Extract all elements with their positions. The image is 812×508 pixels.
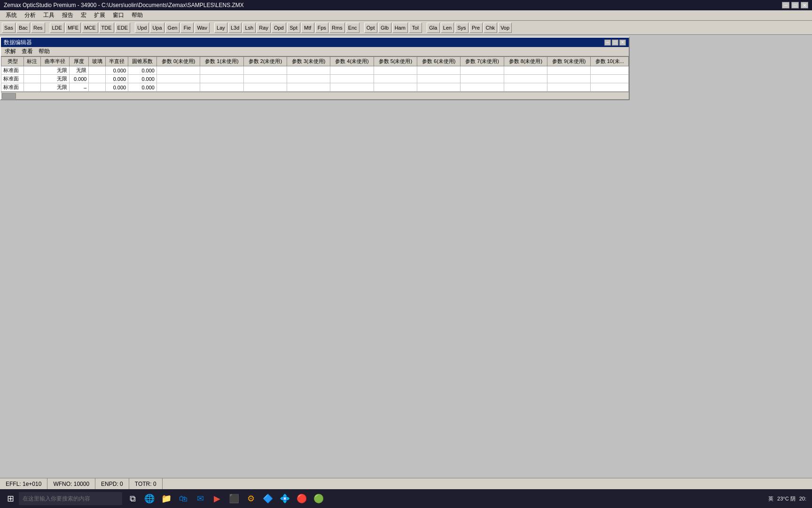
horizontal-scrollbar[interactable] <box>1 92 629 99</box>
app1-icon[interactable]: 🔷 <box>260 491 275 506</box>
minimize-button[interactable]: ─ <box>782 2 789 8</box>
app3-icon[interactable]: 🔴 <box>294 491 309 506</box>
app4-icon[interactable]: 🟢 <box>311 491 326 506</box>
toolbar-rms[interactable]: Rms <box>329 23 345 33</box>
cell-row0-col13[interactable] <box>417 66 461 75</box>
cell-row0-col11[interactable] <box>330 66 374 75</box>
cell-row0-col12[interactable] <box>374 66 417 75</box>
toolbar-res[interactable]: Res <box>31 23 45 33</box>
editor-menu-solve[interactable]: 求解 <box>2 47 19 56</box>
toolbar-opt[interactable]: Opt <box>364 23 377 33</box>
toolbar-ede[interactable]: EDE <box>115 23 131 33</box>
cell-row1-col5[interactable]: 0.000 <box>106 75 128 83</box>
cell-row2-col3[interactable]: – <box>69 83 89 92</box>
menu-macros[interactable]: 宏 <box>77 10 90 20</box>
toolbar-fps[interactable]: Fps <box>315 23 328 33</box>
editor-minimize-button[interactable]: ─ <box>604 40 611 46</box>
cell-row1-col4[interactable] <box>89 75 106 83</box>
cell-row0-col8[interactable] <box>200 66 243 75</box>
cell-row1-col16[interactable] <box>547 75 591 83</box>
toolbar-lay[interactable]: Lay <box>214 23 227 33</box>
cell-row2-col9[interactable] <box>243 83 287 92</box>
menu-reports[interactable]: 报告 <box>58 10 77 20</box>
cell-row0-col16[interactable] <box>547 66 591 75</box>
toolbar-lde[interactable]: LDE <box>50 23 64 33</box>
media-icon[interactable]: ▶ <box>210 491 225 506</box>
editor-menu-help[interactable]: 帮助 <box>36 47 53 56</box>
cell-row0-col6[interactable]: 0.000 <box>128 66 157 75</box>
toolbar-gla[interactable]: Gla <box>427 23 440 33</box>
cell-row0-col17[interactable] <box>591 66 629 75</box>
toolbar-sas[interactable]: Sas <box>2 23 16 33</box>
cell-row2-col5[interactable]: 0.000 <box>106 83 128 92</box>
software-icon[interactable]: ⚙ <box>243 491 258 506</box>
cell-row1-col14[interactable] <box>461 75 504 83</box>
cell-row1-col3[interactable]: 0.000 <box>69 75 89 83</box>
edge-browser-icon[interactable]: 🌐 <box>142 491 157 506</box>
editor-maximize-button[interactable]: □ <box>612 40 618 46</box>
h-scroll-thumb[interactable] <box>2 93 16 99</box>
cell-row0-col4[interactable] <box>89 66 106 75</box>
app2-icon[interactable]: 💠 <box>277 491 292 506</box>
table-row[interactable]: 标准面无限无限0.0000.000 <box>1 66 629 75</box>
terminal-icon[interactable]: ⬛ <box>226 491 242 506</box>
toolbar-lsh[interactable]: Lsh <box>242 23 256 33</box>
menu-analysis[interactable]: 分析 <box>21 10 39 20</box>
cell-row0-col3[interactable]: 无限 <box>69 66 89 75</box>
store-icon[interactable]: 🛍 <box>176 491 191 506</box>
cell-row2-col2[interactable]: 无限 <box>40 83 69 92</box>
cell-row1-col12[interactable] <box>374 75 417 83</box>
toolbar-vop[interactable]: Vop <box>498 23 512 33</box>
table-row[interactable]: 标准面无限–0.0000.000 <box>1 83 629 92</box>
cell-row1-col13[interactable] <box>417 75 461 83</box>
cell-row0-col2[interactable]: 无限 <box>40 66 69 75</box>
toolbar-tde[interactable]: TDE <box>99 23 114 33</box>
maximize-button[interactable]: □ <box>791 2 799 8</box>
toolbar-fie[interactable]: Fie <box>180 23 194 33</box>
cell-row1-col10[interactable] <box>287 75 330 83</box>
cell-row2-col17[interactable] <box>591 83 629 92</box>
cell-row2-col8[interactable] <box>200 83 243 92</box>
cell-row0-col7[interactable] <box>156 66 200 75</box>
toolbar-wav[interactable]: Wav <box>195 23 210 33</box>
mail-icon[interactable]: ✉ <box>193 491 208 506</box>
toolbar-enc[interactable]: Enc <box>346 23 359 33</box>
cell-row0-col0[interactable]: 标准面 <box>1 66 24 75</box>
toolbar-mfe[interactable]: MFE <box>65 23 81 33</box>
cell-row1-col9[interactable] <box>243 75 287 83</box>
cell-row2-col15[interactable] <box>504 83 547 92</box>
cell-row0-col14[interactable] <box>461 66 504 75</box>
toolbar-bac[interactable]: Bac <box>16 23 30 33</box>
cell-row1-col8[interactable] <box>200 75 243 83</box>
toolbar-sys[interactable]: Sys <box>455 23 468 33</box>
toolbar-l3d[interactable]: L3d <box>228 23 242 33</box>
cell-row1-col15[interactable] <box>504 75 547 83</box>
toolbar-tol[interactable]: Tol <box>409 23 422 33</box>
toolbar-mtf[interactable]: Mtf <box>301 23 314 33</box>
cell-row2-col13[interactable] <box>417 83 461 92</box>
cell-row1-col7[interactable] <box>156 75 200 83</box>
editor-close-button[interactable]: ✕ <box>619 40 626 46</box>
cell-row2-col7[interactable] <box>156 83 200 92</box>
table-row[interactable]: 标准面无限0.0000.0000.000 <box>1 75 629 83</box>
cell-row2-col12[interactable] <box>374 83 417 92</box>
cell-row2-col4[interactable] <box>89 83 106 92</box>
start-button[interactable]: ⊞ <box>3 491 18 506</box>
menu-help[interactable]: 帮助 <box>128 10 147 20</box>
cell-row0-col1[interactable] <box>24 66 41 75</box>
close-button[interactable]: ✕ <box>801 2 808 8</box>
toolbar-len[interactable]: Len <box>441 23 454 33</box>
menu-tools[interactable]: 工具 <box>39 10 58 20</box>
cell-row1-col6[interactable]: 0.000 <box>128 75 157 83</box>
cell-row2-col16[interactable] <box>547 83 591 92</box>
cell-row1-col11[interactable] <box>330 75 374 83</box>
toolbar-opd[interactable]: Opd <box>272 23 286 33</box>
file-explorer-icon[interactable]: 📁 <box>159 491 174 506</box>
toolbar-glb[interactable]: Glb <box>378 23 391 33</box>
toolbar-spt[interactable]: Spt <box>287 23 300 33</box>
cell-row2-col14[interactable] <box>461 83 504 92</box>
cell-row2-col0[interactable]: 标准面 <box>1 83 24 92</box>
cell-row0-col10[interactable] <box>287 66 330 75</box>
cell-row0-col9[interactable] <box>243 66 287 75</box>
cell-row2-col6[interactable]: 0.000 <box>128 83 157 92</box>
